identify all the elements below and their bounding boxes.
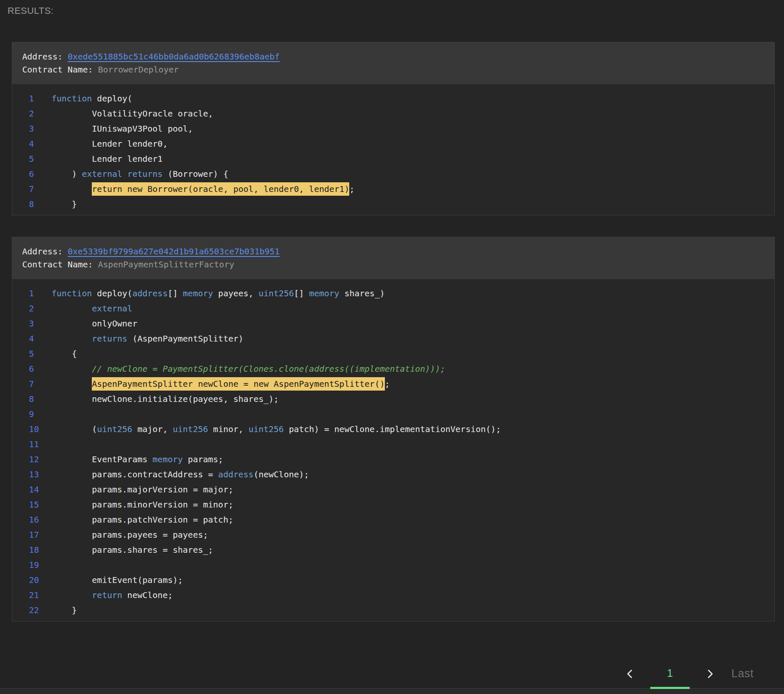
contract-name-row: Contract Name: BorrowerDeployer: [22, 63, 764, 76]
code-line: 7 return new Borrower(oracle, pool, lend…: [29, 181, 764, 197]
line-number: 5: [29, 349, 52, 359]
code-segment: memory: [309, 288, 339, 298]
code-segment: deploy(: [92, 288, 132, 298]
code-line: 16 params.patchVersion = patch;: [29, 512, 764, 527]
previous-page-button[interactable]: [622, 666, 639, 689]
code-line: 18 params.shares = shares_;: [29, 542, 764, 557]
code-segment: (: [52, 424, 97, 434]
code-segment: params.minorVersion = minor;: [52, 500, 233, 510]
code-line: 8 }: [29, 197, 764, 212]
last-page-button[interactable]: Last: [724, 666, 761, 689]
address-label: Address:: [22, 52, 67, 62]
code-text: }: [52, 199, 77, 209]
line-number: 7: [29, 379, 52, 389]
code-segment: uint256: [249, 424, 284, 434]
code-segment: [52, 184, 92, 194]
code-segment: ): [52, 169, 82, 179]
result-card: Address: 0xe5339bf9799a627e042d1b91a6503…: [12, 237, 775, 621]
code-segment: patch) = newClone.implementationVersion(…: [284, 424, 501, 434]
result-card-header: Address: 0xede551885bc51c46bb0da6ad0b626…: [12, 42, 774, 84]
code-segment: function: [52, 288, 92, 298]
code-segment: emitEvent(params);: [52, 575, 183, 585]
code-line: 9: [29, 407, 764, 422]
code-line: 1function deploy(: [29, 91, 764, 106]
code-line: 5 Lender lender1: [29, 151, 764, 166]
code-segment: EventParams: [52, 454, 153, 464]
code-text: AspenPaymentSplitter newClone = new Aspe…: [52, 379, 390, 389]
address-row: Address: 0xe5339bf9799a627e042d1b91a6503…: [22, 245, 764, 258]
line-number: 7: [29, 184, 52, 194]
code-segment: ;: [349, 184, 354, 194]
code-text: params.patchVersion = patch;: [52, 515, 233, 525]
line-number: 11: [29, 439, 52, 449]
code-segment: params.payees = payees;: [52, 530, 208, 540]
line-number: 17: [29, 530, 52, 540]
highlighted-code: AspenPaymentSplitter newClone = new Aspe…: [92, 377, 384, 391]
code-segment: deploy(: [92, 93, 132, 104]
code-text: VolatilityOracle oracle,: [52, 109, 213, 119]
code-segment: [52, 334, 92, 344]
line-number: 6: [29, 364, 52, 374]
code-line: 2 VolatilityOracle oracle,: [29, 106, 764, 121]
line-number: 19: [29, 560, 52, 570]
code-text: (uint256 major, uint256 minor, uint256 p…: [52, 424, 501, 434]
next-page-button[interactable]: [701, 666, 718, 689]
result-card: Address: 0xede551885bc51c46bb0da6ad0b626…: [12, 42, 775, 215]
code-segment: memory: [153, 454, 183, 464]
code-segment: memory: [183, 288, 213, 298]
code-segment: shares_): [339, 288, 384, 298]
line-number: 3: [29, 124, 52, 134]
code-segment: address: [218, 469, 253, 479]
line-number: 3: [29, 319, 52, 329]
code-text: params.minorVersion = minor;: [52, 500, 233, 510]
code-segment: VolatilityOracle oracle,: [52, 109, 213, 119]
code-line: 4 Lender lender0,: [29, 136, 764, 151]
line-number: 22: [29, 605, 52, 615]
code-segment: return: [92, 590, 122, 600]
code-segment: params.contractAddress =: [52, 469, 218, 479]
code-line: 20 emitEvent(params);: [29, 572, 764, 588]
contract-address-link[interactable]: 0xe5339bf9799a627e042d1b91a6503ce7b031b9…: [67, 246, 280, 256]
code-line: 1function deploy(address[] memory payees…: [29, 286, 764, 301]
code-segment: address: [132, 288, 168, 298]
code-segment: [52, 379, 92, 389]
code-line: 7 AspenPaymentSplitter newClone = new As…: [29, 376, 764, 391]
code-segment: Lender lender1: [52, 154, 163, 164]
code-text: EventParams memory params;: [52, 454, 223, 464]
code-line: 17 params.payees = payees;: [29, 527, 764, 542]
line-number: 6: [29, 169, 52, 179]
code-line: 10 (uint256 major, uint256 minor, uint25…: [29, 422, 764, 437]
contract-name-row: Contract Name: AspenPaymentSplitterFacto…: [22, 258, 764, 271]
footer-divider: [0, 688, 784, 694]
code-line: 21 return newClone;: [29, 588, 764, 603]
code-segment: }: [52, 605, 77, 615]
code-line: 15 params.minorVersion = minor;: [29, 497, 764, 512]
line-number: 1: [29, 93, 52, 104]
code-segment: ;: [385, 379, 390, 389]
highlighted-code: return new Borrower(oracle, pool, lender…: [92, 182, 349, 196]
pagination: 1 Last: [622, 666, 761, 689]
line-number: 8: [29, 199, 52, 209]
code-text: external: [52, 303, 132, 313]
code-segment: [52, 590, 92, 600]
code-line: 2 external: [29, 301, 764, 316]
line-number: 4: [29, 139, 52, 149]
code-line: 14 params.majorVersion = major;: [29, 482, 764, 497]
code-text: function deploy(: [52, 93, 132, 104]
code-segment: // newClone = PaymentSplitter(Clones.clo…: [92, 364, 445, 374]
line-number: 21: [29, 590, 52, 600]
address-label: Address:: [22, 246, 67, 256]
code-line: 13 params.contractAddress = address(newC…: [29, 467, 764, 482]
line-number: 2: [29, 303, 52, 313]
contract-name-label: Contract Name:: [22, 259, 98, 269]
code-segment: external: [92, 303, 132, 313]
code-text: params.majorVersion = major;: [52, 484, 233, 495]
code-text: emitEvent(params);: [52, 575, 183, 585]
page-number-button[interactable]: 1: [650, 666, 690, 689]
code-line: 3 onlyOwner: [29, 316, 764, 331]
code-text: ) external returns (Borrower) {: [52, 169, 228, 179]
code-text: Lender lender0,: [52, 139, 168, 149]
code-line: 4 returns (AspenPaymentSplitter): [29, 331, 764, 346]
contract-name-value: AspenPaymentSplitterFactory: [98, 259, 234, 269]
contract-address-link[interactable]: 0xede551885bc51c46bb0da6ad0b6268396eb8ae…: [67, 52, 280, 62]
